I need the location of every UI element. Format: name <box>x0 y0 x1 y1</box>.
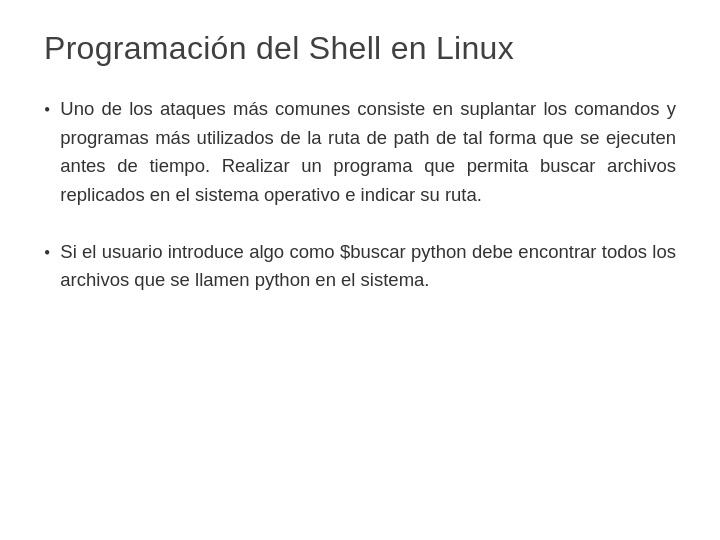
bullet-item-2: • Si el usuario introduce algo como $bus… <box>44 238 676 295</box>
bullet-text-2: Si el usuario introduce algo como $busca… <box>60 238 676 295</box>
bullet-marker-1: • <box>44 97 50 125</box>
page-title: Programación del Shell en Linux <box>44 30 676 67</box>
bullet-item-1: • Uno de los ataques más comunes consist… <box>44 95 676 210</box>
page-container: Programación del Shell en Linux • Uno de… <box>0 0 720 540</box>
bullet-text-1: Uno de los ataques más comunes consiste … <box>60 95 676 210</box>
content-area: • Uno de los ataques más comunes consist… <box>44 95 676 323</box>
bullet-marker-2: • <box>44 240 50 268</box>
